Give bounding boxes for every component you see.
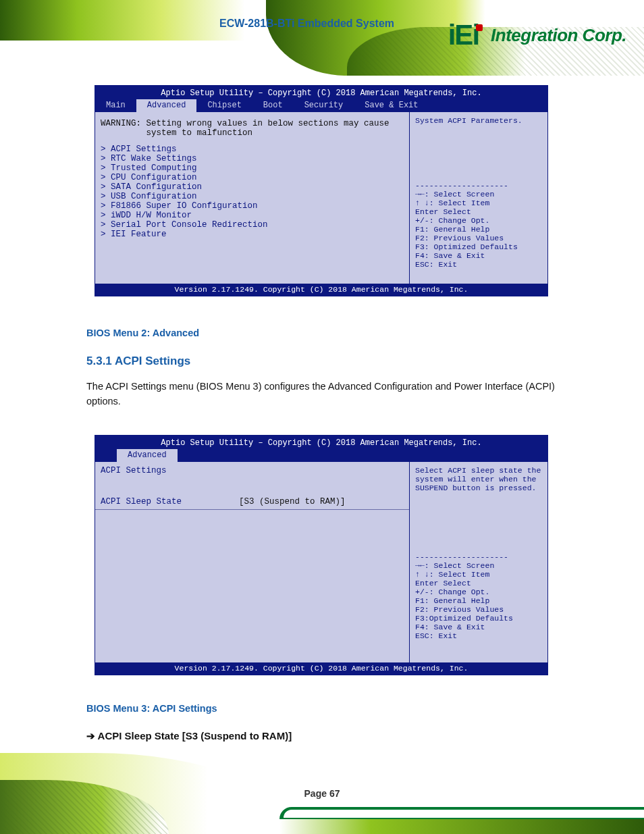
section-heading: 5.3.1 ACPI Settings xyxy=(86,353,559,370)
menu-item[interactable]: > ACPI Settings xyxy=(101,145,404,154)
figure-caption: BIOS Menu 2: Advanced xyxy=(86,325,559,340)
option-heading: ➔ ACPI Sleep State [S3 (Suspend to RAM)] xyxy=(86,728,559,744)
menu-item[interactable]: > IEI Feature xyxy=(101,230,404,239)
bios-tabbar: Advanced xyxy=(95,449,547,462)
help-line: Enter Select xyxy=(415,579,542,588)
bios-body: WARNING: Setting wrong values in below s… xyxy=(95,112,547,284)
help-line: F3:Optimized Defaults xyxy=(415,614,542,623)
bios-footer: Version 2.17.1249. Copyright (C) 2018 Am… xyxy=(95,662,547,675)
help-line: →←: Select Screen xyxy=(415,190,542,199)
logo-mark: iEi xyxy=(448,19,485,51)
page-text-1: BIOS Menu 2: Advanced 5.3.1 ACPI Setting… xyxy=(86,325,559,409)
help-description: System ACPI Parameters. xyxy=(415,116,542,181)
menu-item[interactable]: > CPU Configuration xyxy=(101,173,404,182)
bios-titlebar: Aptio Setup Utility – Copyright (C) 2018… xyxy=(95,436,547,449)
setting-row[interactable]: ACPI Sleep State [S3 (Suspend to RAM)] xyxy=(101,497,404,506)
bios-body: ACPI Settings ACPI Sleep State [S3 (Susp… xyxy=(95,462,547,662)
page-number: Page 67 xyxy=(304,788,340,799)
tab-boot[interactable]: Boot xyxy=(252,99,294,112)
help-line: F3: Optimized Defaults xyxy=(415,242,542,251)
bios-help-pane: System ACPI Parameters. ----------------… xyxy=(409,112,547,284)
menu-item[interactable]: > RTC Wake Settings xyxy=(101,154,404,163)
help-line: +/-: Change Opt. xyxy=(415,588,542,596)
setting-value: [S3 (Suspend to RAM)] xyxy=(239,497,346,506)
bios-menu-acpi: Aptio Setup Utility – Copyright (C) 2018… xyxy=(95,435,548,675)
bios-footer: Version 2.17.1249. Copyright (C) 2018 Am… xyxy=(95,284,547,296)
divider xyxy=(95,509,409,510)
menu-item[interactable]: > SATA Configuration xyxy=(101,182,404,192)
warning-text: WARNING: Setting wrong values in below s… xyxy=(101,119,404,128)
help-line: F2: Previous Values xyxy=(415,605,542,614)
help-line: Enter Select xyxy=(415,207,542,216)
tab-security[interactable]: Security xyxy=(294,99,354,112)
document-title: ECW-281B-BTi Embedded System xyxy=(219,18,394,30)
help-line: ESC: Exit xyxy=(415,631,542,640)
bios-help-pane: Select ACPI sleep state the system will … xyxy=(409,462,547,662)
footer-cap-inner xyxy=(284,810,644,818)
help-line: F1: General Help xyxy=(415,596,542,605)
bios-left-pane: WARNING: Setting wrong values in below s… xyxy=(95,112,409,284)
menu-item[interactable]: > Trusted Computing xyxy=(101,163,404,173)
menu-item[interactable]: > USB Configuration xyxy=(101,192,404,201)
bios-left-pane: ACPI Settings ACPI Sleep State [S3 (Susp… xyxy=(95,462,409,662)
bios-titlebar: Aptio Setup Utility – Copyright (C) 2018… xyxy=(95,86,547,99)
help-line: ESC: Exit xyxy=(415,260,542,269)
body-paragraph: The ACPI Settings menu (BIOS Menu 3) con… xyxy=(86,379,559,409)
tab-advanced[interactable]: Advanced xyxy=(117,449,178,462)
submenu-header: ACPI Settings xyxy=(101,466,404,475)
figure-caption: BIOS Menu 3: ACPI Settings xyxy=(86,701,559,716)
help-line: F4: Save & Exit xyxy=(415,623,542,631)
help-line: F1: General Help xyxy=(415,225,542,234)
bios-tabbar: Main Advanced Chipset Boot Security Save… xyxy=(95,99,547,112)
warning-text-2: system to malfunction xyxy=(101,128,404,138)
help-line: F4: Save & Exit xyxy=(415,251,542,260)
setting-label: ACPI Sleep State xyxy=(101,497,239,506)
bios-menu-advanced: Aptio Setup Utility – Copyright (C) 2018… xyxy=(95,85,548,296)
menu-item[interactable]: > iWDD H/W Monitor xyxy=(101,211,404,220)
help-line: +/-: Change Opt. xyxy=(415,216,542,225)
help-line: F2: Previous Values xyxy=(415,234,542,242)
tab-chipset[interactable]: Chipset xyxy=(196,99,252,112)
logo-text: Integration Corp. xyxy=(491,25,626,46)
footer-bar xyxy=(279,819,644,834)
help-line: ↑ ↓: Select Item xyxy=(415,570,542,579)
tab-main[interactable]: Main xyxy=(95,99,136,112)
menu-item[interactable]: > F81866 Super IO Configuration xyxy=(101,201,404,211)
help-line: →←: Select Screen xyxy=(415,561,542,570)
tab-save-exit[interactable]: Save & Exit xyxy=(354,99,429,112)
help-line: ↑ ↓: Select Item xyxy=(415,199,542,207)
logo-dot-icon xyxy=(476,24,483,31)
menu-item[interactable]: > Serial Port Console Redirection xyxy=(101,220,404,230)
brand-logo: iEi Integration Corp. xyxy=(448,19,626,51)
page-text-2: BIOS Menu 3: ACPI Settings ➔ ACPI Sleep … xyxy=(86,701,559,744)
help-description: Select ACPI sleep state the system will … xyxy=(415,466,542,552)
help-line: -------------------- xyxy=(415,552,542,561)
help-line: -------------------- xyxy=(415,181,542,190)
tab-advanced[interactable]: Advanced xyxy=(136,99,197,112)
